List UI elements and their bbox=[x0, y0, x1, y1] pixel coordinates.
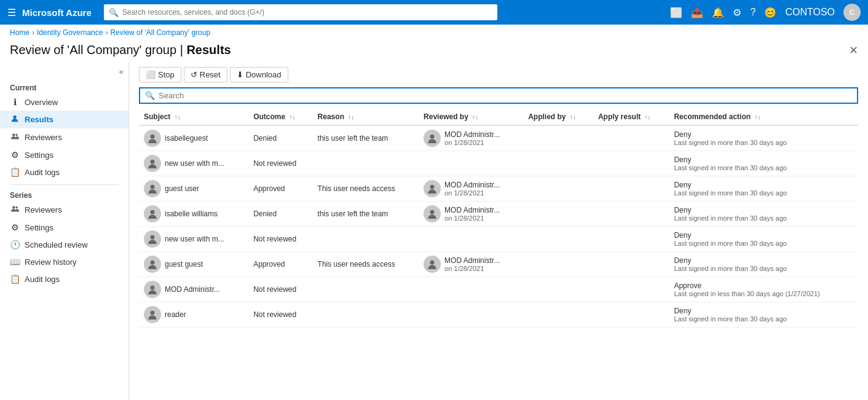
col-applied-by[interactable]: Applied by ↑↓ bbox=[523, 109, 593, 125]
subject-cell: guest guest bbox=[139, 252, 248, 277]
svg-point-14 bbox=[430, 261, 435, 265]
outcome-cell: Not reviewed bbox=[248, 277, 312, 302]
history-icon: 📖 bbox=[10, 257, 20, 267]
download-icon: ⬇ bbox=[237, 70, 243, 79]
rec-sub: Last signed in more than 30 days ago bbox=[674, 315, 853, 323]
subject-name: reader bbox=[165, 310, 186, 319]
reset-label: Reset bbox=[200, 70, 221, 79]
sort-reason-icon[interactable]: ↑↓ bbox=[348, 114, 354, 120]
hamburger-icon[interactable]: ☰ bbox=[7, 7, 16, 18]
reason-cell bbox=[313, 151, 419, 176]
sort-subject-icon[interactable]: ↑↓ bbox=[175, 114, 181, 120]
close-button[interactable]: ✕ bbox=[849, 44, 858, 57]
sort-applied-icon[interactable]: ↑↓ bbox=[570, 114, 576, 120]
tenant-label: CONTOSO bbox=[785, 7, 835, 18]
search-input[interactable] bbox=[159, 91, 852, 100]
apply-result-cell bbox=[593, 176, 669, 202]
reviewer-info: MOD Administr...on 1/28/2021 bbox=[444, 130, 500, 146]
sidebar-item-series-audit[interactable]: 📋 Audit logs bbox=[0, 270, 128, 288]
breadcrumb-review[interactable]: Review of 'All Company' group bbox=[110, 28, 210, 37]
user-avatar bbox=[144, 130, 161, 147]
recommended-action-cell: DenyLast signed in more than 30 days ago bbox=[669, 202, 858, 227]
table-row: MOD Administr...Not reviewedApproveLast … bbox=[139, 277, 858, 302]
main-layout: « Current ℹ Overview Results Reviewers ⚙… bbox=[0, 62, 868, 400]
sidebar-label-audit: Audit logs bbox=[25, 168, 60, 177]
cloud-shell-icon[interactable]: ⬜ bbox=[670, 7, 682, 18]
breadcrumb-home[interactable]: Home bbox=[10, 28, 30, 37]
avatar[interactable]: C bbox=[843, 4, 861, 21]
user-avatar bbox=[144, 306, 161, 323]
apply-result-cell bbox=[593, 202, 669, 227]
sidebar-item-review-history[interactable]: 📖 Review history bbox=[0, 253, 128, 270]
table-search-icon: 🔍 bbox=[145, 91, 155, 100]
breadcrumb-sep-1: › bbox=[32, 28, 34, 37]
col-recommended-action[interactable]: Recommended action ↑↓ bbox=[669, 109, 858, 125]
breadcrumb-identity-governance[interactable]: Identity Governance bbox=[37, 28, 103, 37]
settings-icon[interactable]: ⚙ bbox=[733, 7, 741, 18]
reason-cell: This user needs access bbox=[313, 252, 419, 277]
svg-point-11 bbox=[430, 210, 435, 214]
svg-point-4 bbox=[15, 206, 18, 209]
reset-button[interactable]: ↺ Reset bbox=[184, 67, 227, 82]
applied-by-cell bbox=[523, 277, 593, 302]
col-apply-result[interactable]: Apply result ↑↓ bbox=[593, 109, 669, 125]
table-row: isabelle williamsDeniedthis user left th… bbox=[139, 202, 858, 227]
search-icon: 🔍 bbox=[109, 8, 119, 17]
subject-name: MOD Administr... bbox=[165, 285, 220, 294]
help-icon[interactable]: ? bbox=[750, 7, 756, 18]
sort-apply-result-icon[interactable]: ↑↓ bbox=[645, 114, 651, 120]
svg-point-9 bbox=[430, 185, 435, 189]
sidebar-item-series-reviewers[interactable]: Reviewers bbox=[0, 201, 128, 219]
sort-outcome-icon[interactable]: ↑↓ bbox=[290, 114, 296, 120]
reviewer-name: MOD Administr... bbox=[444, 130, 500, 139]
sidebar-collapse[interactable]: « bbox=[0, 67, 128, 81]
recommended-action-cell: DenyLast signed in more than 30 days ago bbox=[669, 125, 858, 151]
rec-sub: Last signed in more than 30 days ago bbox=[674, 265, 853, 272]
smiley-icon[interactable]: 😊 bbox=[764, 7, 776, 18]
global-search-bar[interactable]: 🔍 bbox=[104, 4, 497, 20]
sidebar-item-scheduled-review[interactable]: 🕐 Scheduled review bbox=[0, 236, 128, 253]
sidebar-label-series-reviewers: Reviewers bbox=[25, 205, 62, 214]
table-row: guest userApprovedThis user needs access… bbox=[139, 176, 858, 202]
reviewer-info: MOD Administr...on 1/28/2021 bbox=[444, 181, 500, 197]
sidebar-item-settings[interactable]: ⚙ Settings bbox=[0, 146, 128, 163]
global-search-input[interactable] bbox=[122, 8, 492, 17]
feedback-icon[interactable]: 📤 bbox=[691, 7, 703, 18]
sidebar-item-overview[interactable]: ℹ Overview bbox=[0, 93, 128, 111]
sidebar-item-audit-logs[interactable]: 📋 Audit logs bbox=[0, 163, 128, 181]
download-label: Download bbox=[246, 70, 282, 79]
stop-button[interactable]: ⬜ Stop bbox=[139, 67, 181, 82]
subject-cell: new user with m... bbox=[139, 227, 248, 252]
svg-point-10 bbox=[151, 210, 155, 214]
reviewer-info: MOD Administr...on 1/28/2021 bbox=[444, 206, 500, 222]
rec-sub: Last signed in more than 30 days ago bbox=[674, 240, 853, 247]
sort-rec-icon[interactable]: ↑↓ bbox=[754, 114, 760, 120]
outcome-cell: Denied bbox=[248, 202, 312, 227]
sidebar-item-reviewers[interactable]: Reviewers bbox=[0, 128, 128, 146]
apply-result-cell bbox=[593, 302, 669, 327]
page-title-separator: | bbox=[180, 43, 187, 57]
col-outcome[interactable]: Outcome ↑↓ bbox=[248, 109, 312, 125]
notifications-icon[interactable]: 🔔 bbox=[712, 7, 724, 18]
top-nav: ☰ Microsoft Azure 🔍 ⬜ 📤 🔔 ⚙ ? 😊 CONTOSO … bbox=[0, 0, 868, 25]
sidebar-label-results: Results bbox=[25, 115, 53, 124]
apply-result-cell bbox=[593, 252, 669, 277]
sidebar-label-overview: Overview bbox=[25, 98, 58, 107]
scheduled-icon: 🕐 bbox=[10, 240, 20, 249]
col-reason[interactable]: Reason ↑↓ bbox=[313, 109, 419, 125]
sort-reviewed-icon[interactable]: ↑↓ bbox=[472, 114, 478, 120]
svg-point-0 bbox=[13, 116, 16, 119]
table-row: readerNot reviewedDenyLast signed in mor… bbox=[139, 302, 858, 327]
sidebar-item-results[interactable]: Results bbox=[0, 111, 128, 128]
col-reviewed-by[interactable]: Reviewed by ↑↓ bbox=[419, 109, 523, 125]
user-avatar bbox=[144, 281, 161, 298]
sidebar-label-history: Review history bbox=[25, 257, 77, 267]
subject-name: isabelle williams bbox=[165, 210, 218, 218]
download-button[interactable]: ⬇ Download bbox=[230, 67, 288, 82]
search-input-wrapper[interactable]: 🔍 bbox=[139, 87, 858, 104]
apply-result-cell bbox=[593, 227, 669, 252]
sidebar-series-label: Series bbox=[0, 189, 128, 201]
collapse-icon[interactable]: « bbox=[119, 67, 124, 76]
col-subject[interactable]: Subject ↑↓ bbox=[139, 109, 248, 125]
sidebar-item-series-settings[interactable]: ⚙ Settings bbox=[0, 219, 128, 236]
